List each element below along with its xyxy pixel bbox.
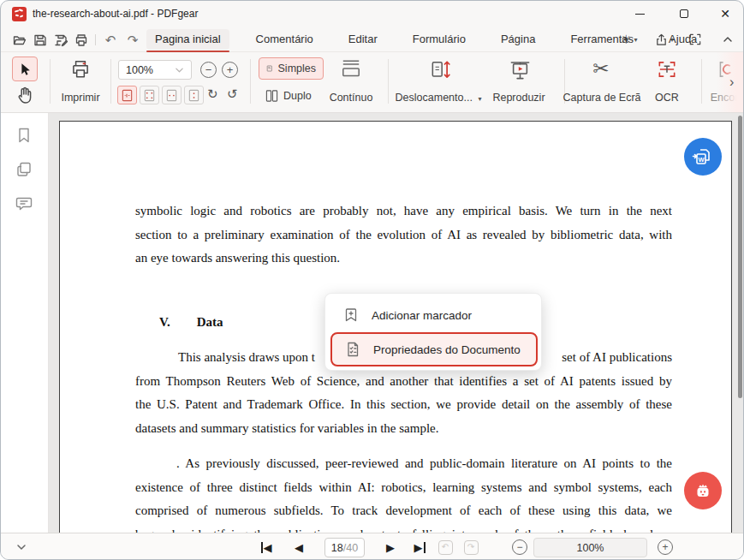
word-convert-icon: W: [692, 146, 714, 168]
print-label: Imprimir: [51, 92, 110, 104]
vertical-scrollbar[interactable]: [738, 116, 742, 530]
previous-page-button[interactable]: ◀: [289, 533, 309, 560]
fullscreen-button[interactable]: [689, 27, 701, 52]
fit-page-button[interactable]: [162, 86, 182, 104]
scroll-offset-button[interactable]: [427, 57, 453, 82]
cursor-arrow-icon: [17, 62, 33, 77]
share-button[interactable]: ▾: [655, 27, 674, 52]
hand-icon: [15, 85, 35, 105]
zoom-level-select[interactable]: 100%: [118, 60, 192, 80]
single-page-label: Simples: [278, 63, 316, 74]
ocr-button[interactable]: [654, 57, 680, 81]
screen-capture-label: Captura de Ecrã: [559, 92, 645, 104]
play-label: Reproduzir: [489, 92, 549, 104]
close-button[interactable]: ✕: [705, 1, 744, 27]
redo-icon[interactable]: ↷: [125, 33, 140, 47]
section-number: V.: [159, 315, 170, 329]
actual-size-icon: [121, 89, 134, 102]
maximize-button[interactable]: [664, 1, 704, 27]
bookmarks-panel-button[interactable]: [15, 126, 35, 146]
paragraph-3: . As previously discussed, peer-reviewed…: [135, 452, 672, 533]
menu-item-document-properties[interactable]: Propriedades do Documento: [330, 332, 538, 366]
tab-pagina-inicial[interactable]: Pagina inicial: [146, 29, 229, 50]
two-page-mode-button[interactable]: Duplo: [259, 85, 324, 107]
last-page-button[interactable]: ▶: [409, 533, 430, 560]
paragraph-1: symbolic logic and robotics are probably…: [135, 200, 672, 271]
svg-text:W: W: [698, 156, 705, 164]
status-bar: ◀ ◀ 18 /40 ▶ ▶ ↶ ↷ − 100% +: [1, 533, 744, 560]
zoom-in-button[interactable]: +: [222, 62, 238, 78]
fit-page-icon: [165, 89, 178, 102]
page-number-input[interactable]: 18 /40: [324, 538, 365, 557]
continuous-icon: [339, 58, 363, 80]
rotate-left-icon[interactable]: ↺: [227, 86, 238, 102]
history-back-button[interactable]: ↶: [436, 533, 455, 560]
tab-editar[interactable]: Editar: [340, 29, 386, 50]
tab-pagina[interactable]: Página: [492, 29, 544, 50]
save-icon[interactable]: [33, 33, 48, 47]
open-file-icon[interactable]: [12, 33, 27, 47]
two-page-label: Duplo: [283, 90, 312, 102]
quick-print-icon[interactable]: [74, 33, 89, 47]
left-panel: [1, 113, 49, 533]
next-page-icon: ▶: [386, 542, 395, 553]
scroll-offset-icon: [429, 58, 451, 81]
history-undo-icon: ↶: [438, 540, 453, 555]
current-page: 18: [331, 542, 343, 554]
tab-comentario[interactable]: Comentário: [247, 29, 322, 50]
undo-icon[interactable]: ↶: [103, 33, 118, 47]
play-presentation-button[interactable]: [506, 57, 533, 81]
first-page-icon: ◀: [261, 542, 272, 553]
fit-width-icon: [143, 89, 156, 102]
hand-tool-button[interactable]: [15, 85, 36, 107]
first-page-button[interactable]: ◀: [256, 533, 277, 560]
collapse-ribbon-button[interactable]: [723, 27, 733, 52]
caret-down-icon: ▾: [634, 36, 638, 44]
zoom-level-value: 100%: [126, 64, 153, 76]
chevron-up-icon: [723, 34, 733, 45]
two-page-icon: [265, 89, 278, 103]
zoom-out-button[interactable]: −: [200, 62, 217, 78]
minus-icon: −: [512, 539, 527, 555]
ocr-label: OCR: [653, 92, 681, 104]
menu-item-add-bookmark[interactable]: Adicionar marcador: [330, 300, 538, 331]
minimize-button[interactable]: [620, 1, 659, 27]
presentation-icon: [509, 58, 532, 81]
continuous-mode-button[interactable]: [336, 57, 366, 81]
comments-panel-button[interactable]: [15, 194, 35, 215]
statusbar-zoom-in-button[interactable]: +: [656, 533, 675, 560]
history-redo-icon: ↷: [464, 540, 479, 555]
thumbnails-panel-button[interactable]: [15, 160, 35, 181]
fit-height-button[interactable]: [184, 86, 204, 104]
caret-down-icon: ▾: [478, 95, 481, 103]
print-button[interactable]: [62, 57, 98, 81]
fit-width-button[interactable]: [140, 86, 159, 104]
fullscreen-icon: [689, 33, 701, 45]
ocr-icon: [656, 58, 678, 80]
menu-bar: ↶ ↷ Pagina inicial Comentário Editar For…: [1, 27, 744, 52]
single-page-mode-button[interactable]: Simples: [259, 57, 324, 80]
actual-size-button[interactable]: [117, 86, 137, 104]
history-forward-button[interactable]: ↷: [461, 533, 480, 560]
next-page-button[interactable]: ▶: [380, 533, 401, 560]
tab-formulario[interactable]: Formulário: [404, 29, 474, 50]
select-tool-button[interactable]: [12, 57, 38, 81]
statusbar-zoom-level[interactable]: 100%: [533, 538, 647, 557]
context-menu: Adicionar marcador Propriedades do Docum…: [324, 293, 542, 371]
pages-icon: [15, 160, 33, 179]
theme-toggle-button[interactable]: ☀ ▾: [621, 27, 638, 52]
scrollbar-thumb[interactable]: [738, 116, 742, 398]
previous-page-icon: ◀: [295, 542, 303, 553]
rotate-right-icon[interactable]: ↻: [207, 86, 218, 102]
screen-capture-button[interactable]: ✂: [587, 56, 615, 81]
statusbar-zoom-out-button[interactable]: −: [510, 533, 529, 560]
convert-to-word-button[interactable]: W: [684, 138, 722, 176]
last-page-icon: ▶: [414, 542, 426, 553]
title-bar: the-research-about-ai.pdf - PDFgear ✕: [1, 1, 744, 27]
ai-assistant-button[interactable]: [684, 472, 722, 509]
save-as-icon[interactable]: [53, 33, 68, 47]
continuous-label: Contínuo: [326, 92, 376, 104]
collapse-statusbar-button[interactable]: [9, 533, 33, 560]
scroll-offset-label: Deslocamento... ▾: [392, 92, 485, 104]
toolbar-more-chevron-icon[interactable]: ›: [729, 74, 734, 90]
